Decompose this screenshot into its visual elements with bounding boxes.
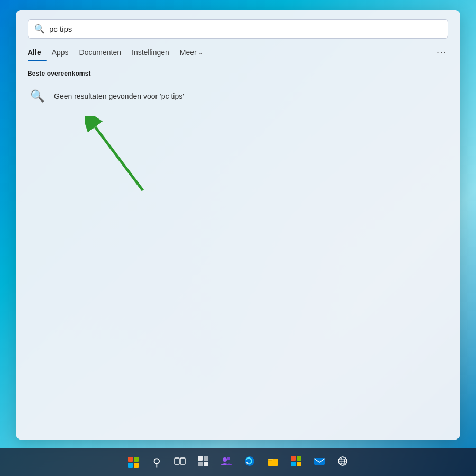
filter-tabs-bar: Alle Apps Documenten Instellingen Meer ⌄… [28, 46, 448, 61]
section-best-match-label: Beste overeenkomst [28, 70, 448, 77]
svg-rect-3 [180, 458, 185, 464]
no-results-row: 🔍 Geen resultaten gevonden voor 'pc tips… [28, 84, 448, 109]
taskbar-teams-button[interactable] [216, 452, 236, 472]
tab-meer[interactable]: Meer ⌄ [175, 46, 208, 61]
svg-point-9 [227, 457, 230, 460]
store-icon [290, 455, 302, 470]
tab-apps[interactable]: Apps [47, 46, 74, 61]
taskbar-taskview-button[interactable] [170, 452, 190, 472]
edge-icon [244, 455, 255, 470]
teams-icon [221, 455, 232, 470]
svg-rect-15 [291, 462, 296, 466]
tab-alle[interactable]: Alle [28, 46, 47, 61]
tab-documenten[interactable]: Documenten [74, 46, 126, 61]
taskbar-widgets-button[interactable] [193, 452, 213, 472]
widgets-icon [197, 455, 209, 470]
more-options-button[interactable]: ··· [435, 47, 448, 58]
tab-instellingen[interactable]: Instellingen [126, 46, 175, 61]
start-button[interactable] [123, 452, 143, 472]
no-results-message: Geen resultaten gevonden voor 'pc tips' [54, 92, 184, 100]
taskbar-mail-button[interactable] [309, 452, 329, 472]
svg-rect-16 [297, 462, 301, 466]
svg-point-8 [223, 457, 227, 462]
svg-rect-17 [314, 458, 325, 465]
taskview-icon [174, 455, 186, 470]
svg-rect-4 [198, 456, 203, 461]
search-icon: ⚲ [153, 456, 161, 469]
search-input-wrapper[interactable]: 🔍 [28, 19, 448, 39]
svg-rect-2 [175, 458, 179, 464]
taskbar-explorer-button[interactable] [263, 452, 283, 472]
file-explorer-icon [267, 455, 279, 470]
no-results-search-icon: 🔍 [28, 87, 47, 106]
svg-rect-7 [204, 462, 208, 466]
svg-rect-6 [198, 462, 203, 466]
taskbar-network-button[interactable] [333, 452, 353, 472]
taskbar-store-button[interactable] [286, 452, 306, 472]
windows-logo-icon [128, 457, 139, 468]
svg-rect-14 [297, 456, 301, 461]
search-input[interactable] [49, 24, 442, 33]
taskbar: ⚲ [0, 448, 476, 476]
search-panel: 🔍 Alle Apps Documenten Instellingen Meer… [16, 10, 460, 440]
chevron-down-icon: ⌄ [198, 50, 203, 56]
taskbar-edge-button[interactable] [240, 452, 260, 472]
search-magnifier-icon: 🔍 [34, 24, 45, 34]
network-icon [337, 455, 349, 470]
svg-rect-5 [204, 456, 208, 461]
taskbar-search-button[interactable]: ⚲ [147, 452, 167, 472]
mail-icon [314, 455, 325, 470]
svg-rect-13 [291, 456, 296, 461]
